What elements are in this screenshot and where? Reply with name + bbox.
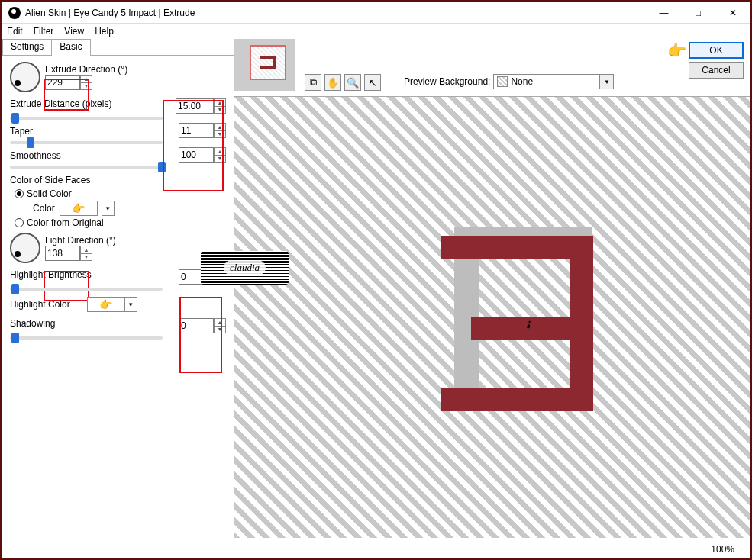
ok-button[interactable]: 👉 OK [689,42,744,59]
extrude-distance-slider[interactable] [10,117,163,120]
side-color-dropdown[interactable]: ▼ [102,201,115,216]
extrude-distance-input[interactable]: 15.00 [176,98,214,114]
tab-basic[interactable]: Basic [51,39,90,55]
transparent-swatch-icon [497,76,508,87]
light-direction-input[interactable]: 138 [45,246,80,261]
menu-filter[interactable]: Filter [34,26,54,37]
extrude-direction-spinner[interactable]: ▲▼ [80,75,92,90]
maximize-button[interactable]: □ [681,2,715,24]
taper-input[interactable]: 11 [179,123,214,138]
extrude-distance-spinner[interactable]: ▲▼ [214,98,226,114]
menu-view[interactable]: View [64,26,84,37]
shadowing-spinner[interactable]: ▲▼ [214,318,226,333]
tool-pointer-icon[interactable]: ↖ [364,74,381,91]
close-button[interactable]: ✕ [715,2,750,24]
color-side-faces-label: Color of Side Faces [10,175,226,185]
preview-canvas[interactable]: ➹ [234,96,750,538]
side-color-button[interactable]: 👉 [60,201,98,216]
titlebar: Alien Skin | Eye Candy 5 Impact | Extrud… [2,2,750,24]
preview-background-combo[interactable]: None [493,74,600,89]
light-direction-label: Light Direction (°) [45,235,116,246]
tab-settings[interactable]: Settings [2,39,52,55]
highlight-color-button[interactable]: 👉 [87,297,125,312]
light-direction-dial[interactable] [10,233,40,263]
extrude-direction-label: Extrude Direction (°) [45,64,127,75]
shadowing-input[interactable]: 0 [179,318,214,333]
tool-zoom-icon[interactable]: 🔍 [344,74,361,91]
smoothness-input[interactable]: 100 [179,147,214,163]
color-from-original-label: Color from Original [27,217,104,228]
light-direction-spinner[interactable]: ▲▼ [80,246,92,261]
color-from-original-radio[interactable] [15,218,24,227]
watermark: claudia [201,251,289,285]
navigator-thumbnail[interactable] [234,39,295,91]
cancel-button[interactable]: Cancel [689,62,744,79]
menubar: Edit Filter View Help [2,24,750,39]
menu-help[interactable]: Help [95,26,114,37]
extrude-direction-input[interactable]: 229 [45,75,80,90]
minimize-button[interactable]: — [647,2,681,24]
menu-edit[interactable]: Edit [7,26,23,37]
color-label: Color [33,203,55,214]
smoothness-spinner[interactable]: ▲▼ [214,147,226,163]
solid-color-label: Solid Color [27,188,72,199]
shadowing-slider[interactable] [10,336,163,340]
tool-hand-icon[interactable]: ✋ [324,74,341,91]
app-icon [8,7,21,19]
pointer-hand-icon: 👉 [667,41,686,60]
solid-color-radio[interactable] [15,189,24,198]
highlight-color-label: Highlight Color [10,299,70,310]
preview-background-dropdown[interactable]: ▼ [600,74,614,89]
window-title: Alien Skin | Eye Candy 5 Impact | Extrud… [25,8,647,18]
highlight-color-dropdown[interactable]: ▼ [125,297,137,312]
extrude-direction-dial[interactable] [10,62,40,92]
preview-toolbar: ⧉ ✋ 🔍 ↖ Preview Background: None ▼ [234,39,750,96]
smoothness-slider[interactable] [10,166,163,169]
taper-spinner[interactable]: ▲▼ [214,123,226,138]
zoom-level: 100% [711,544,734,555]
taper-slider[interactable] [10,141,163,144]
tool-fit-icon[interactable]: ⧉ [305,74,321,91]
highlight-brightness-slider[interactable] [10,288,163,291]
preview-background-label: Preview Background: [404,76,490,87]
settings-panel: Settings Basic Extrude Direction (°) 229… [2,39,234,558]
